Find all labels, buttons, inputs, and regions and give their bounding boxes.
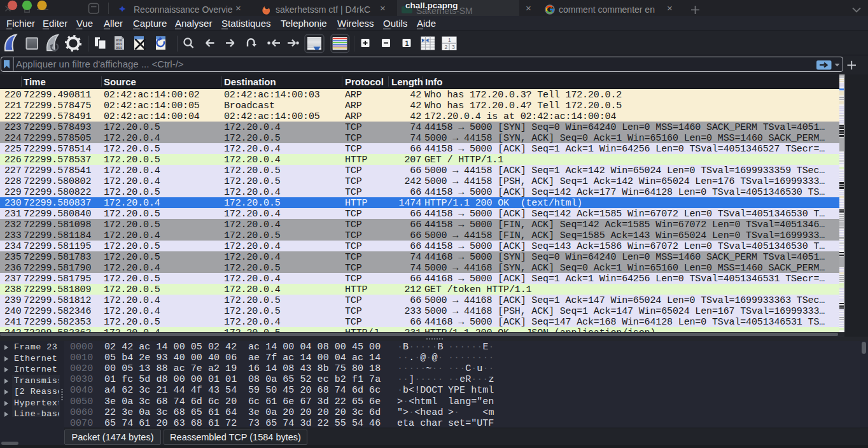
svg-text:3: 3 <box>452 44 455 50</box>
svg-text:1: 1 <box>448 37 451 43</box>
svg-text:2: 2 <box>445 44 448 50</box>
svg-text:1: 1 <box>405 39 409 47</box>
svg-text:011: 011 <box>116 46 123 50</box>
